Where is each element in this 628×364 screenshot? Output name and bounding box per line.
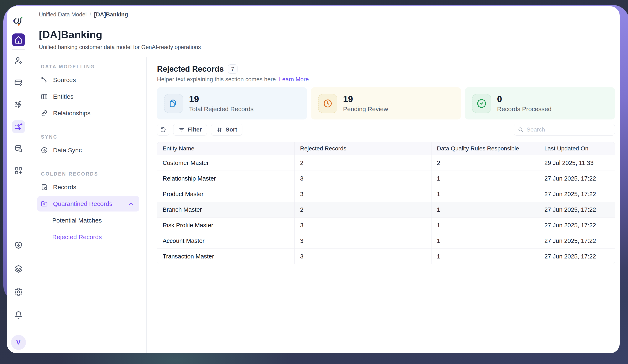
sidebar-item-label: Relationships (53, 110, 90, 117)
cell-dq-rules: 2 (431, 155, 539, 171)
column-header-dq-rules: Data Quality Rules Responsible (431, 142, 539, 155)
sidebar-item-records[interactable]: Records (30, 179, 146, 195)
cell-last-updated: 27 Jun 2025, 17:22 (539, 249, 615, 264)
cell-entity-name: Account Master (157, 233, 295, 248)
grid-plus-icon (14, 166, 23, 175)
cell-dq-rules: 1 (431, 249, 539, 264)
ai-automation-button[interactable] (12, 98, 25, 111)
cell-rejected-records: 2 (295, 202, 431, 217)
sort-button-label: Sort (226, 126, 237, 133)
ai-card-button[interactable] (12, 76, 25, 89)
helper-text: Helper text explaining this section come… (157, 76, 615, 83)
table-row[interactable]: Risk Profile Master 3 1 27 Jun 2025, 17:… (157, 217, 615, 233)
table-row[interactable]: Account Master 3 1 27 Jun 2025, 17:22 (157, 233, 615, 248)
data-explorer-button[interactable] (12, 142, 25, 155)
cell-last-updated: 27 Jun 2025, 17:22 (539, 233, 615, 248)
refresh-icon (160, 126, 166, 133)
column-header-last-updated: Last Updated On (539, 142, 615, 155)
cell-rejected-records: 2 (295, 155, 431, 171)
sidebar-item-label: Sources (53, 76, 76, 83)
bell-icon (14, 311, 23, 320)
stat-icon-tile (318, 94, 337, 113)
table-row[interactable]: Customer Master 2 2 29 Jul 2025, 11:33 (157, 155, 615, 171)
stat-card-pending-review: 19 Pending Review (311, 87, 461, 120)
sparkle-bolt-icon (14, 100, 23, 109)
cell-rejected-records: 3 (295, 186, 431, 202)
file-search-icon (41, 183, 48, 191)
breadcrumb: Unified Data Model / [DA]Banking (30, 6, 620, 23)
search-input[interactable] (514, 124, 615, 136)
stat-label: Total Rejected Records (189, 106, 253, 113)
apps-button[interactable] (12, 164, 25, 177)
chevron-up-icon[interactable] (127, 201, 135, 207)
notifications-button[interactable] (12, 309, 25, 322)
columns-icon (41, 93, 48, 100)
cell-last-updated: 27 Jun 2025, 17:22 (539, 202, 615, 217)
breadcrumb-root-link[interactable]: Unified Data Model (39, 11, 87, 18)
sort-button[interactable]: Sort (211, 124, 242, 136)
sidebar-section-golden-records: GOLDEN RECORDS Records Quarantined Recor… (30, 164, 146, 251)
cell-dq-rules: 1 (431, 171, 539, 186)
page-header: [DA]Banking Unified banking customer dat… (30, 23, 620, 57)
learn-more-link[interactable]: Learn More (279, 76, 309, 82)
sidebar-item-entities[interactable]: Entities (30, 88, 146, 105)
sidebar-item-quarantined-records-active[interactable]: Quarantined Records (37, 196, 139, 211)
sort-arrows-icon (216, 126, 223, 133)
user-avatar[interactable]: V (11, 335, 26, 350)
home-icon (14, 35, 23, 45)
link-icon (41, 110, 48, 117)
stat-icon-tile (472, 94, 491, 113)
security-button[interactable] (12, 239, 25, 252)
section-title: Rejected Records (157, 65, 224, 73)
settings-button[interactable] (12, 286, 25, 298)
gear-icon (14, 287, 23, 297)
sidebar-item-data-sync[interactable]: Data Sync (30, 142, 146, 159)
refresh-button[interactable] (157, 124, 169, 136)
sidebar-item-label: Data Sync (53, 147, 82, 154)
app-logo-icon[interactable] (12, 16, 24, 28)
sidebar-item-rejected-records-selected[interactable]: Rejected Records (30, 229, 146, 245)
table-header: Entity Name Rejected Records Data Qualit… (157, 142, 615, 155)
table-row[interactable]: Product Master 3 1 27 Jun 2025, 17:22 (157, 186, 615, 202)
pipeline-button-active[interactable] (12, 120, 25, 133)
cell-dq-rules: 1 (431, 186, 539, 202)
filter-button[interactable]: Filter (173, 124, 207, 136)
count-badge: 7 (228, 64, 237, 73)
sidebar: DATA MODELLING Sources Entities Relation… (30, 57, 147, 353)
route-plus-icon (41, 76, 48, 84)
sidebar-item-sources[interactable]: Sources (30, 72, 146, 88)
sidebar-item-relationships[interactable]: Relationships (30, 105, 146, 121)
badge-check-icon (477, 99, 487, 109)
table-row[interactable]: Transaction Master 3 1 27 Jun 2025, 17:2… (157, 248, 615, 264)
sidebar-item-label: Records (53, 184, 76, 191)
card-sparkle-icon (14, 78, 23, 87)
sidebar-section-sync: SYNC Data Sync (30, 127, 146, 164)
rail-footer-group (12, 239, 25, 331)
clock-icon (323, 99, 333, 109)
stat-label: Records Processed (497, 106, 551, 113)
ai-users-button[interactable] (12, 54, 25, 67)
stat-value: 19 (189, 94, 253, 104)
cell-entity-name: Customer Master (157, 155, 295, 171)
layers-button[interactable] (12, 262, 25, 275)
page-title: [DA]Banking (39, 29, 611, 41)
home-button[interactable] (12, 33, 25, 46)
breadcrumb-current: [DA]Banking (94, 11, 128, 18)
sidebar-section-data-modelling: DATA MODELLING Sources Entities Relation… (30, 57, 146, 127)
cell-last-updated: 29 Jul 2025, 11:33 (539, 155, 615, 171)
table-row[interactable]: Relationship Master 3 1 27 Jun 2025, 17:… (157, 171, 615, 186)
table-body: Customer Master 2 2 29 Jul 2025, 11:33 R… (157, 155, 615, 264)
search-icon (518, 126, 524, 132)
stat-card-records-processed: 0 Records Processed (465, 87, 615, 120)
cell-last-updated: 27 Jun 2025, 17:22 (539, 171, 615, 186)
app-window: V Unified Data Model / [DA]Banking [DA]B… (7, 6, 620, 353)
layers-icon (14, 264, 23, 273)
cell-rejected-records: 3 (295, 233, 431, 248)
cell-entity-name: Transaction Master (157, 249, 295, 264)
filter-button-label: Filter (188, 126, 202, 133)
stat-value: 19 (343, 94, 388, 104)
table-row[interactable]: Branch Master 2 1 27 Jun 2025, 17:22 (157, 202, 615, 217)
sidebar-item-potential-matches[interactable]: Potential Matches (30, 212, 146, 229)
search-box (514, 124, 615, 136)
section-label: SYNC (41, 134, 146, 140)
